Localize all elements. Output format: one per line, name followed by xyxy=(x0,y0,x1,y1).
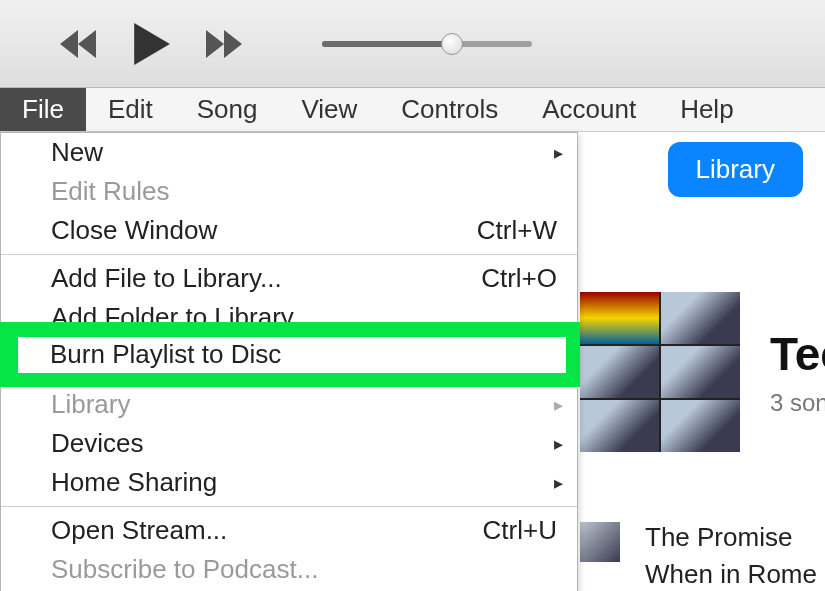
library-button[interactable]: Library xyxy=(668,142,803,197)
menu-edit-rules-label: Edit Rules xyxy=(51,176,170,207)
album-block: Tech 3 songs • xyxy=(580,292,825,452)
menu-song[interactable]: Song xyxy=(175,88,280,131)
album-info: Tech 3 songs • xyxy=(770,327,825,417)
album-title: Tech xyxy=(770,327,825,381)
menu-open-stream-label: Open Stream... xyxy=(51,515,227,546)
slider-thumb[interactable] xyxy=(441,33,463,55)
shortcut-open-stream: Ctrl+U xyxy=(483,515,557,546)
menu-controls[interactable]: Controls xyxy=(379,88,520,131)
menu-close-window[interactable]: Close Window Ctrl+W xyxy=(1,211,577,250)
separator xyxy=(1,254,577,255)
menu-edit-rules: Edit Rules xyxy=(1,172,577,211)
menu-devices-label: Devices xyxy=(51,428,143,459)
menu-library[interactable]: Library xyxy=(1,385,577,424)
menu-new[interactable]: New xyxy=(1,133,577,172)
track-list: The Promise When in Rome xyxy=(645,522,817,590)
slider-fill xyxy=(322,41,452,47)
shortcut-close: Ctrl+W xyxy=(477,215,557,246)
volume-slider[interactable] xyxy=(322,41,532,47)
menu-close-window-label: Close Window xyxy=(51,215,217,246)
menu-add-file[interactable]: Add File to Library... Ctrl+O xyxy=(1,259,577,298)
menu-home-sharing-label: Home Sharing xyxy=(51,467,217,498)
separator xyxy=(1,506,577,507)
play-controls xyxy=(60,23,242,65)
menu-edit[interactable]: Edit xyxy=(86,88,175,131)
highlight-box: Burn Playlist to Disc xyxy=(0,322,580,387)
menu-burn-label: Burn Playlist to Disc xyxy=(50,339,281,370)
menu-add-file-label: Add File to Library... xyxy=(51,263,282,294)
track-block: The Promise When in Rome xyxy=(580,522,817,590)
menu-home-sharing[interactable]: Home Sharing xyxy=(1,463,577,502)
previous-icon[interactable] xyxy=(60,30,96,58)
mini-album-art xyxy=(580,522,620,562)
menu-help[interactable]: Help xyxy=(658,88,755,131)
album-art xyxy=(580,292,740,452)
menu-devices[interactable]: Devices xyxy=(1,424,577,463)
menu-new-label: New xyxy=(51,137,103,168)
next-icon[interactable] xyxy=(206,30,242,58)
track-item[interactable]: The Promise xyxy=(645,522,817,553)
menu-library-label: Library xyxy=(51,389,130,420)
menu-burn[interactable]: Burn Playlist to Disc xyxy=(18,337,566,373)
menu-account[interactable]: Account xyxy=(520,88,658,131)
track-item[interactable]: When in Rome xyxy=(645,559,817,590)
menu-file[interactable]: File xyxy=(0,88,86,131)
menu-subscribe: Subscribe to Podcast... xyxy=(1,550,577,589)
menu-view[interactable]: View xyxy=(279,88,379,131)
menu-bar: File Edit Song View Controls Account Hel… xyxy=(0,88,825,132)
player-bar xyxy=(0,0,825,88)
menu-open-stream[interactable]: Open Stream... Ctrl+U xyxy=(1,511,577,550)
menu-subscribe-label: Subscribe to Podcast... xyxy=(51,554,318,585)
play-icon[interactable] xyxy=(130,23,172,65)
shortcut-add-file: Ctrl+O xyxy=(481,263,557,294)
album-subtitle: 3 songs • xyxy=(770,389,825,417)
